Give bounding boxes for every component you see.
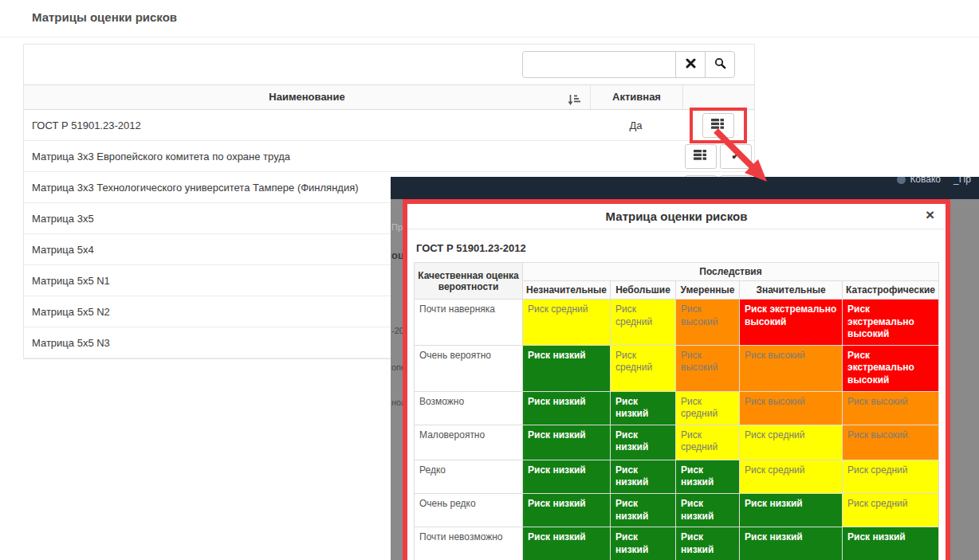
standard-name: ГОСТ Р 51901.23-2012 bbox=[416, 242, 939, 254]
matrix-row: МаловероятноРиск низкийРиск низкийРиск с… bbox=[415, 425, 939, 460]
modal-body: ГОСТ Р 51901.23-2012 Качественная оценка… bbox=[407, 229, 946, 560]
column-header-name-label: Наименование bbox=[269, 91, 344, 103]
matrix-row: Очень вероятноРиск низкийРиск среднийРис… bbox=[415, 345, 939, 391]
risk-cell-high: Риск высокий bbox=[843, 425, 939, 460]
modal-title: Матрица оценки рисков bbox=[606, 210, 748, 223]
matrix-row: РедкоРиск низкийРиск низкийРиск низкийРи… bbox=[415, 460, 939, 493]
risk-cell-extreme: Риск экстремально высокий bbox=[740, 300, 843, 346]
table-row[interactable]: Матрица 3x3 Европейского комитета по охр… bbox=[24, 141, 754, 172]
risk-cell-medium: Риск средний bbox=[676, 425, 740, 460]
probability-header: Качественная оценка вероятности bbox=[415, 263, 523, 300]
search-icon bbox=[714, 57, 726, 72]
matrix-row: Почти навернякаРиск среднийРиск среднийР… bbox=[415, 300, 939, 346]
clear-search-button[interactable] bbox=[675, 51, 706, 78]
risk-cell-low: Риск низкий bbox=[740, 527, 843, 560]
page-title: Матрицы оценки рисков bbox=[32, 10, 177, 24]
probability-label: Очень вероятно bbox=[415, 345, 523, 391]
consequence-level-header: Незначительные bbox=[523, 281, 611, 300]
probability-label: Редко bbox=[415, 460, 523, 493]
navbar-menu-item: _Пр bbox=[953, 177, 971, 185]
risk-cell-high: Риск высокий bbox=[676, 300, 740, 346]
background-text-fragment: оце bbox=[391, 250, 403, 260]
search-button[interactable] bbox=[705, 51, 735, 78]
probability-label: Очень редко bbox=[415, 493, 523, 527]
view-matrix-button[interactable] bbox=[685, 144, 717, 169]
risk-cell-high: Риск высокий bbox=[740, 391, 843, 425]
check-icon: ✔ bbox=[731, 151, 739, 161]
matrix-rows-icon bbox=[694, 150, 707, 163]
risk-matrix-table: Качественная оценка вероятностиПоследств… bbox=[414, 262, 939, 560]
annotation-highlight-box bbox=[690, 108, 747, 143]
column-header-actions bbox=[682, 85, 754, 109]
matrix-row: Очень редкоРиск низкийРиск низкийРиск ни… bbox=[415, 493, 939, 527]
consequence-level-header: Умеренные bbox=[676, 281, 740, 300]
set-active-button[interactable]: ✔ bbox=[720, 144, 752, 169]
risk-cell-low: Риск низкий bbox=[523, 345, 611, 391]
risk-cell-low: Риск низкий bbox=[676, 527, 740, 560]
risk-cell-low: Риск низкий bbox=[523, 527, 611, 560]
risk-cell-low: Риск низкий bbox=[843, 527, 939, 560]
risk-cell-high: Риск высокий bbox=[843, 391, 939, 425]
table-header: Наименование Активная bbox=[24, 84, 754, 110]
search-row bbox=[24, 45, 754, 84]
background-text-fragment: Про bbox=[391, 223, 403, 232]
risk-cell-extreme: Риск экстремально высокий bbox=[843, 345, 939, 391]
consequences-header: Последствия bbox=[523, 263, 939, 281]
risk-cell-medium: Риск средний bbox=[523, 300, 611, 346]
modal-header: Матрица оценки рисков × bbox=[407, 204, 946, 229]
risk-cell-low: Риск низкий bbox=[676, 460, 740, 493]
risk-cell-low: Риск низкий bbox=[676, 493, 740, 527]
risk-cell-extreme: Риск экстремально высокий bbox=[843, 300, 939, 346]
risk-cell-low: Риск низкий bbox=[611, 460, 676, 493]
risk-cell-medium: Риск средний bbox=[740, 460, 843, 493]
background-text-fragment: -20 bbox=[391, 327, 403, 335]
probability-label: Почти невозможно bbox=[415, 527, 523, 560]
risk-cell-high: Риск высокий bbox=[740, 345, 843, 391]
risk-cell-medium: Риск средний bbox=[740, 425, 843, 460]
risk-cell-medium: Риск средний bbox=[611, 345, 676, 391]
probability-label: Возможно bbox=[415, 391, 523, 425]
row-actions: ✔ bbox=[682, 144, 754, 169]
consequence-level-header: Небольшие bbox=[611, 281, 676, 300]
risk-cell-medium: Риск средний bbox=[676, 391, 740, 425]
risk-cell-low: Риск низкий bbox=[740, 493, 843, 527]
row-name: ГОСТ Р 51901.23-2012 bbox=[24, 119, 590, 131]
risk-cell-medium: Риск средний bbox=[611, 300, 676, 346]
table-row[interactable]: ГОСТ Р 51901.23-2012Да bbox=[24, 110, 754, 141]
background-text-fragment: нол bbox=[391, 398, 403, 407]
risk-cell-low: Риск низкий bbox=[523, 493, 611, 527]
matrix-row: ВозможноРиск низкийРиск низкийРиск средн… bbox=[415, 391, 939, 425]
background-text-fragment: опе bbox=[391, 363, 403, 372]
risk-cell-low: Риск низкий bbox=[611, 493, 676, 527]
risk-cell-low: Риск низкий bbox=[523, 391, 611, 425]
column-header-active: Активная bbox=[590, 85, 682, 109]
sort-amount-icon[interactable] bbox=[567, 91, 580, 115]
view-matrix-button[interactable] bbox=[702, 113, 734, 138]
modal-backdrop: Прооце-20опенол Матрица оценки рисков × … bbox=[391, 199, 979, 560]
risk-cell-medium: Риск средний bbox=[843, 493, 939, 527]
search-input[interactable] bbox=[522, 51, 677, 78]
user-icon bbox=[897, 177, 906, 184]
risk-cell-low: Риск низкий bbox=[611, 391, 676, 425]
row-name: Матрица 3x3 Европейского комитета по охр… bbox=[24, 151, 590, 163]
consequence-level-header: Катастрофические bbox=[843, 281, 939, 300]
row-actions bbox=[682, 108, 754, 143]
navbar-fragment: Ковако _Пр bbox=[391, 177, 979, 199]
matrix-row: Почти невозможноРиск низкийРиск низкийРи… bbox=[415, 527, 939, 560]
probability-label: Маловероятно bbox=[415, 425, 523, 460]
navbar-user-item: Ковако bbox=[897, 177, 941, 185]
close-icon[interactable]: × bbox=[926, 207, 934, 222]
row-active-value: Да bbox=[590, 119, 682, 131]
risk-cell-low: Риск низкий bbox=[523, 425, 611, 460]
probability-label: Почти наверняка bbox=[415, 300, 523, 346]
risk-cell-low: Риск низкий bbox=[611, 527, 676, 560]
consequence-level-header: Значительные bbox=[740, 281, 843, 300]
column-header-name: Наименование bbox=[24, 85, 590, 109]
risk-cell-medium: Риск средний bbox=[843, 460, 939, 493]
risk-matrix-modal: Матрица оценки рисков × ГОСТ Р 51901.23-… bbox=[403, 199, 950, 560]
modal-screenshot-overlay: Ковако _Пр Прооце-20опенол Матрица оценк… bbox=[391, 177, 979, 560]
matrix-rows-icon bbox=[711, 119, 725, 131]
title-divider bbox=[0, 37, 979, 37]
risk-cell-high: Риск высокий bbox=[676, 345, 740, 391]
risk-cell-low: Риск низкий bbox=[611, 425, 676, 460]
